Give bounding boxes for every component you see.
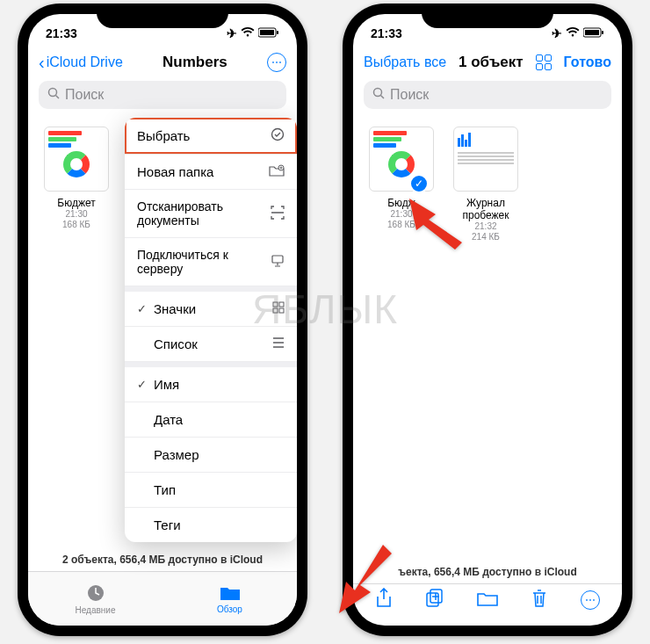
svg-marker-18: [409, 199, 462, 250]
svg-rect-7: [272, 256, 283, 263]
svg-rect-15: [602, 31, 603, 34]
done-button[interactable]: Готово: [564, 54, 611, 70]
search-placeholder: Поиск: [390, 87, 429, 103]
grid-view-icon: [272, 301, 285, 316]
tab-bar: Недавние Обзор: [28, 571, 297, 626]
svg-rect-1: [260, 30, 274, 35]
svg-rect-19: [427, 593, 438, 606]
menu-scan[interactable]: Отсканировать документы: [125, 190, 297, 238]
clock-icon: [86, 583, 105, 604]
menu-label: Подключиться к серверу: [137, 248, 271, 276]
menu-sort-type[interactable]: ✓ Тип: [125, 473, 297, 508]
folder-plus-icon: [269, 164, 285, 179]
phone-right: 21:33 ✈ Выбрать все 1 объект: [343, 4, 632, 636]
status-time: 21:33: [46, 26, 77, 40]
folder-icon: [220, 584, 241, 604]
annotation-arrow: [409, 199, 471, 255]
ellipsis-icon: ⋯: [271, 56, 282, 69]
search-input[interactable]: Поиск: [364, 81, 611, 109]
phone-left: 21:33 ✈ ‹ iCloud Drive Numbers: [18, 4, 307, 636]
more-button[interactable]: ⋯: [267, 53, 286, 72]
menu-select[interactable]: Выбрать: [125, 118, 297, 155]
menu-label: Дата: [154, 412, 285, 427]
menu-label: Выбрать: [137, 128, 271, 143]
delete-button[interactable]: [531, 589, 548, 611]
status-time: 21:33: [371, 26, 402, 40]
file-item[interactable]: Бюджет 21:30 168 КБ: [42, 127, 111, 230]
status-icons: ✈: [227, 26, 279, 40]
airplane-icon: ✈: [552, 26, 562, 40]
search-placeholder: Поиск: [65, 87, 104, 103]
svg-rect-8: [273, 302, 278, 307]
page-title: 1 объект: [459, 54, 524, 71]
svg-rect-14: [585, 30, 599, 35]
search-icon: [47, 87, 60, 103]
server-icon: [271, 254, 285, 271]
back-label: iCloud Drive: [47, 54, 123, 70]
svg-line-17: [381, 96, 385, 99]
context-menu: Выбрать Новая папка Отсканировать докуме…: [125, 118, 297, 542]
svg-point-5: [272, 129, 284, 141]
battery-icon: [258, 26, 279, 40]
tab-label: Обзор: [217, 604, 242, 614]
selected-checkmark-icon: ✓: [409, 174, 429, 193]
select-all-button[interactable]: Выбрать все: [364, 54, 446, 70]
checkmark-icon: ✓: [137, 378, 147, 391]
move-button[interactable]: [477, 590, 498, 611]
select-all-label: Выбрать все: [364, 54, 446, 70]
back-button[interactable]: ‹ iCloud Drive: [39, 54, 123, 70]
svg-point-3: [49, 89, 57, 97]
menu-sort-size[interactable]: ✓ Размер: [125, 438, 297, 473]
menu-new-folder[interactable]: Новая папка: [125, 155, 297, 190]
scan-icon: [271, 206, 285, 222]
menu-label: Теги: [154, 517, 285, 532]
notch: [422, 4, 553, 28]
list-view-icon: [272, 336, 285, 351]
status-icons: ✈: [552, 26, 604, 40]
battery-icon: [583, 26, 604, 40]
select-circle-icon: [271, 127, 285, 144]
menu-label: Тип: [154, 482, 285, 497]
wifi-icon: [566, 26, 580, 40]
wifi-icon: [241, 26, 255, 40]
file-thumbnail: [453, 127, 518, 192]
menu-label: Значки: [154, 301, 272, 316]
file-time: 21:30: [42, 209, 111, 220]
nav-bar: Выбрать все 1 объект Готово: [353, 46, 622, 81]
menu-sort-date[interactable]: ✓ Дата: [125, 402, 297, 438]
nav-bar: ‹ iCloud Drive Numbers ⋯: [28, 46, 297, 81]
file-name: Бюджет: [42, 197, 111, 209]
airplane-icon: ✈: [227, 26, 237, 40]
notch: [97, 4, 228, 28]
svg-rect-9: [279, 302, 284, 307]
menu-view-list[interactable]: ✓ Список: [125, 327, 297, 362]
menu-sort-name[interactable]: ✓ Имя: [125, 367, 297, 402]
page-title: Numbers: [162, 54, 228, 71]
ellipsis-icon: ⋯: [585, 594, 596, 606]
menu-sort-tags[interactable]: ✓ Теги: [125, 508, 297, 542]
svg-rect-2: [277, 31, 278, 34]
storage-footer: 2 объекта, 656,4 МБ доступно в iCloud: [28, 548, 297, 571]
annotation-arrow: [321, 545, 401, 619]
more-button[interactable]: ⋯: [581, 590, 600, 610]
checkmark-icon: ✓: [137, 302, 147, 315]
view-toggle-button[interactable]: [536, 54, 552, 70]
svg-rect-10: [273, 308, 278, 313]
tab-label: Недавние: [76, 605, 116, 615]
svg-line-4: [56, 96, 60, 99]
menu-connect-server[interactable]: Подключиться к серверу: [125, 238, 297, 286]
search-icon: [372, 87, 385, 103]
menu-label: Список: [154, 336, 272, 351]
menu-label: Имя: [154, 377, 285, 392]
svg-marker-21: [339, 545, 392, 613]
svg-point-16: [374, 89, 382, 97]
search-input[interactable]: Поиск: [39, 81, 286, 109]
menu-label: Новая папка: [137, 164, 269, 179]
menu-label: Размер: [154, 447, 285, 462]
tab-browse[interactable]: Обзор: [162, 572, 297, 626]
menu-view-icons[interactable]: ✓ Значки: [125, 292, 297, 327]
menu-label: Отсканировать документы: [137, 199, 271, 228]
svg-rect-11: [279, 308, 284, 313]
tab-recent[interactable]: Недавние: [28, 572, 162, 626]
duplicate-button[interactable]: [425, 589, 444, 611]
